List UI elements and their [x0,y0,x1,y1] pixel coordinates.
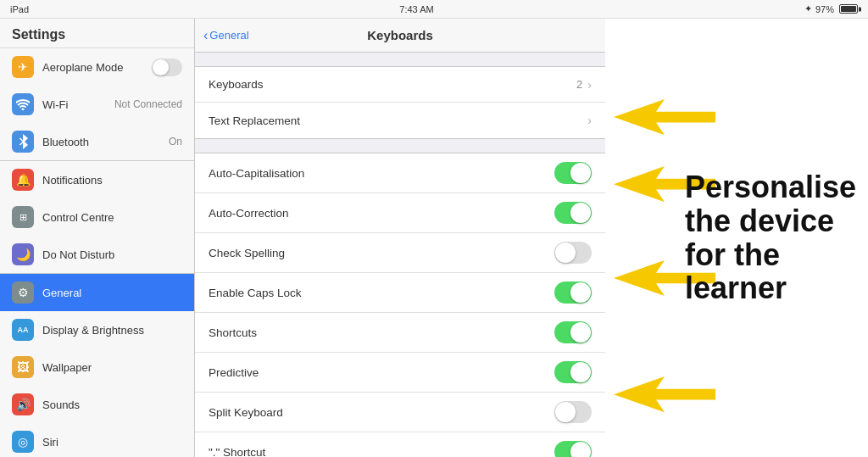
dnd-label: Do Not Disturb [42,248,182,261]
nav-title: Keyboards [367,28,433,42]
display-icon: AA [12,319,34,341]
dnd-icon: 🌙 [12,243,34,265]
aeroplane-icon: ✈ [12,56,34,78]
aeroplane-toggle[interactable] [152,59,182,76]
sidebar-item-siri[interactable]: ◎ Siri [0,423,194,457]
wifi-value: Not Connected [114,98,182,110]
general-icon: ⚙ [12,281,34,304]
wallpaper-icon: 🖼 [12,356,34,378]
sidebar-group-1: ✈ Aeroplane Mode Wi-Fi Not Connected [0,48,194,161]
bluetooth-icon-sidebar [12,131,34,153]
notifications-icon: 🔔 [12,169,34,191]
predictive-label: Predictive [209,366,554,379]
sidebar-item-sounds[interactable]: 🔊 Sounds [0,386,194,423]
enable-caps-label: Enable Caps Lock [209,287,554,299]
split-keyboard-toggle[interactable] [554,401,592,423]
sidebar-item-wifi[interactable]: Wi-Fi Not Connected [0,86,194,123]
sidebar-item-aeroplane[interactable]: ✈ Aeroplane Mode [0,48,194,86]
sidebar-item-notifications[interactable]: 🔔 Notifications [0,161,194,198]
predictive-toggle[interactable] [554,361,592,383]
auto-correct-label: Auto-Correction [209,207,554,220]
status-bar: iPad 7:43 AM ✦ 97% [0,0,868,19]
sidebar-item-display[interactable]: AA Display & Brightness [0,311,194,348]
general-label: General [42,287,182,299]
sidebar-item-control-centre[interactable]: ⊞ Control Centre [0,198,194,236]
auto-cap-row[interactable]: Auto-Capitalisation [195,153,605,193]
shortcut-symbol-row[interactable]: "." Shortcut [195,432,605,457]
svg-marker-0 [614,99,715,135]
auto-correct-row[interactable]: Auto-Correction [195,193,605,233]
keyboards-top-group: Keyboards 2 › Text Replacement › [195,66,605,139]
bluetooth-icon: ✦ [804,3,812,14]
sidebar-item-general[interactable]: ⚙ General [0,274,194,311]
text-replacement-chevron-icon: › [587,114,592,127]
split-keyboard-label: Split Keyboard [209,406,554,419]
content-area: ‹ General Keyboards Keyboards 2 › Text R… [195,19,605,457]
sounds-label: Sounds [42,398,182,411]
toggles-group: Auto-Capitalisation Auto-Correction Chec… [195,153,605,457]
sidebar-item-wallpaper[interactable]: 🖼 Wallpaper [0,348,194,386]
wifi-label: Wi-Fi [42,98,111,111]
svg-marker-3 [614,376,715,412]
split-keyboard-row[interactable]: Split Keyboard [195,393,605,432]
status-right: ✦ 97% [804,3,858,14]
control-centre-icon: ⊞ [12,206,34,228]
nav-bar: ‹ General Keyboards [195,19,605,53]
text-replacement-label: Text Replacement [209,114,587,127]
wifi-icon [12,93,34,115]
display-label: Display & Brightness [42,324,182,337]
check-spelling-label: Check Spelling [209,247,554,259]
sidebar-item-bluetooth[interactable]: Bluetooth On [0,123,194,160]
nav-back-button[interactable]: ‹ General [203,28,249,43]
content-scroll[interactable]: Keyboards 2 › Text Replacement › Auto-Ca… [195,53,605,457]
enable-caps-row[interactable]: Enable Caps Lock [195,273,605,313]
shortcut-symbol-label: "." Shortcut [209,446,554,458]
bluetooth-label: Bluetooth [42,136,165,148]
right-panel: Personalise the device for the learner [605,19,868,457]
shortcuts-label: Shortcuts [209,326,554,339]
predictive-row[interactable]: Predictive [195,353,605,393]
status-time: 7:43 AM [399,4,433,14]
auto-cap-label: Auto-Capitalisation [209,167,554,180]
shortcuts-toggle[interactable] [554,321,592,343]
shortcuts-row[interactable]: Shortcuts [195,313,605,353]
bluetooth-value: On [169,136,182,148]
sidebar-group-2: 🔔 Notifications ⊞ Control Centre 🌙 Do No… [0,161,194,274]
sidebar-group-3: ⚙ General AA Display & Brightness 🖼 Wall… [0,274,194,457]
wallpaper-label: Wallpaper [42,361,182,374]
sidebar-title: Settings [0,19,194,48]
text-replacement-row[interactable]: Text Replacement › [195,103,605,138]
enable-caps-toggle[interactable] [554,281,592,304]
check-spelling-row[interactable]: Check Spelling [195,233,605,273]
aeroplane-label: Aeroplane Mode [42,61,152,74]
back-chevron-icon: ‹ [203,28,208,43]
control-centre-label: Control Centre [42,211,182,224]
siri-icon: ◎ [12,431,34,453]
notifications-label: Notifications [42,174,182,187]
main-wrapper: Settings ✈ Aeroplane Mode Wi-Fi Not Conn… [0,19,868,457]
siri-label: Siri [42,436,182,449]
keyboards-row-label: Keyboards [209,78,576,91]
auto-cap-toggle[interactable] [554,162,592,184]
status-ipad-label: iPad [10,4,29,14]
keyboards-chevron-icon: › [587,78,592,92]
shortcut-symbol-toggle[interactable] [554,441,592,457]
nav-back-label: General [209,29,248,42]
check-spelling-toggle[interactable] [554,242,592,264]
auto-correct-toggle[interactable] [554,202,592,224]
battery-percent: 97% [815,4,834,14]
sidebar: Settings ✈ Aeroplane Mode Wi-Fi Not Conn… [0,19,195,457]
battery-icon [839,4,858,14]
promo-text: Personalise the device for the learner [685,170,856,304]
sidebar-item-dnd[interactable]: 🌙 Do Not Disturb [0,236,194,273]
sounds-icon: 🔊 [12,393,34,415]
keyboards-row-value: 2 [576,78,582,91]
keyboards-row[interactable]: Keyboards 2 › [195,67,605,103]
